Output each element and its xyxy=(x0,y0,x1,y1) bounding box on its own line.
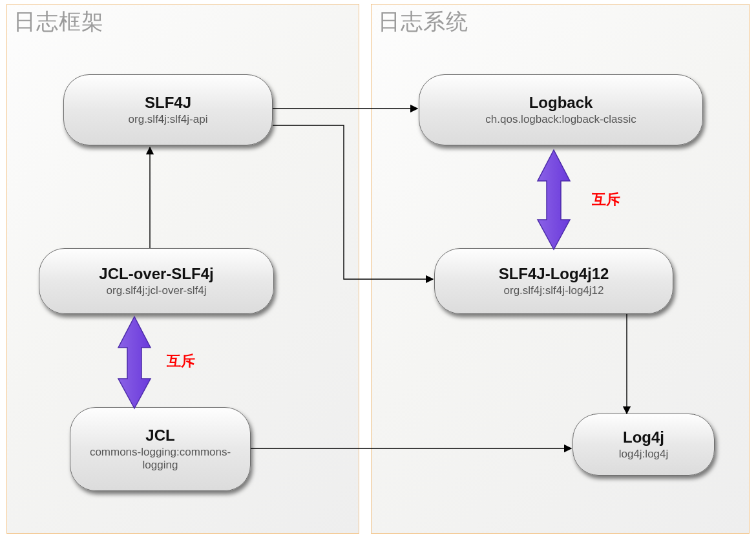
node-log4j: Log4j log4j:log4j xyxy=(572,414,715,476)
node-jcl: JCL commons-logging:commons-logging xyxy=(70,407,251,491)
node-slf4j-title: SLF4J xyxy=(145,94,191,112)
node-jcl-sub: commons-logging:commons-logging xyxy=(79,446,241,472)
node-slf4j-log4j12-title: SLF4J-Log4j12 xyxy=(499,265,609,283)
node-jcl-over-slf4j-sub: org.slf4j:jcl-over-slf4j xyxy=(107,284,207,297)
mutex-label-left: 互斥 xyxy=(167,352,195,371)
group-logging-systems-label: 日志系统 xyxy=(378,7,468,37)
node-jcl-over-slf4j: JCL-over-SLF4j org.slf4j:jcl-over-slf4j xyxy=(39,248,274,314)
node-logback: Logback ch.qos.logback:logback-classic xyxy=(419,74,703,145)
node-slf4j-sub: org.slf4j:slf4j-api xyxy=(129,113,208,126)
node-slf4j-log4j12-sub: org.slf4j:slf4j-log4j12 xyxy=(504,284,604,297)
node-slf4j: SLF4J org.slf4j:slf4j-api xyxy=(63,74,273,145)
node-logback-sub: ch.qos.logback:logback-classic xyxy=(485,113,636,126)
node-logback-title: Logback xyxy=(529,94,593,112)
node-jcl-over-slf4j-title: JCL-over-SLF4j xyxy=(99,265,213,283)
group-logging-frameworks-label: 日志框架 xyxy=(14,7,104,37)
node-jcl-title: JCL xyxy=(145,426,174,445)
mutex-label-right: 互斥 xyxy=(592,190,620,209)
node-log4j-sub: log4j:log4j xyxy=(619,448,669,461)
diagram-canvas: 日志框架 日志系统 SLF4J org.slf4j:slf4j-api JCL-… xyxy=(0,0,756,546)
node-slf4j-log4j12: SLF4J-Log4j12 org.slf4j:slf4j-log4j12 xyxy=(434,248,673,314)
node-log4j-title: Log4j xyxy=(623,428,664,446)
